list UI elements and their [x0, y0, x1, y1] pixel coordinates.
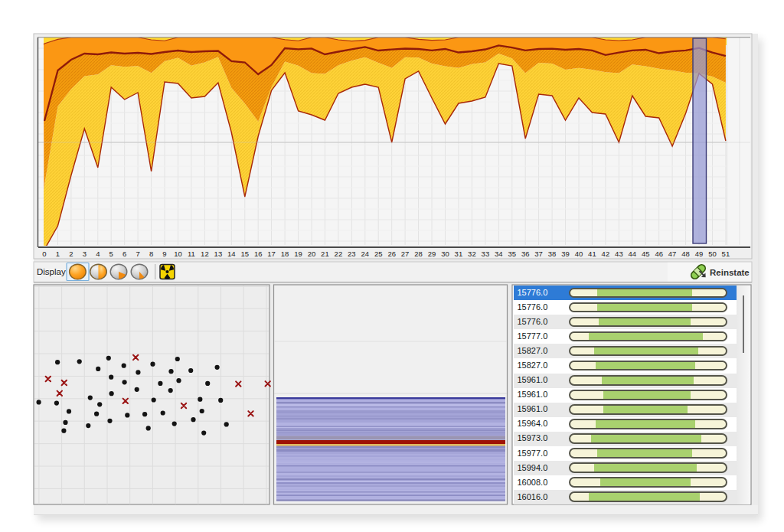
svg-text:40: 40: [575, 250, 583, 258]
svg-text:Reinstate: Reinstate: [710, 268, 750, 277]
svg-text:23: 23: [348, 250, 356, 258]
svg-text:31: 31: [455, 250, 463, 258]
svg-text:6: 6: [122, 250, 126, 258]
svg-text:19: 19: [294, 250, 302, 258]
svg-text:5: 5: [109, 250, 113, 258]
svg-text:39: 39: [561, 250, 570, 258]
svg-text:38: 38: [548, 250, 557, 258]
svg-text:24: 24: [361, 250, 370, 258]
svg-text:16: 16: [254, 250, 263, 258]
svg-text:33: 33: [482, 250, 490, 258]
svg-text:4: 4: [96, 250, 100, 258]
svg-text:28: 28: [414, 250, 423, 258]
svg-text:9: 9: [162, 250, 166, 258]
svg-text:43: 43: [615, 250, 623, 258]
svg-text:3: 3: [83, 250, 87, 258]
svg-text:32: 32: [468, 250, 476, 258]
svg-text:30: 30: [441, 250, 449, 258]
svg-text:36: 36: [521, 250, 530, 258]
svg-text:42: 42: [602, 250, 610, 258]
svg-text:18: 18: [281, 250, 289, 258]
svg-text:22: 22: [335, 250, 343, 258]
svg-text:25: 25: [374, 250, 383, 258]
svg-text:7: 7: [136, 250, 139, 258]
svg-text:10: 10: [174, 250, 182, 258]
svg-text:0: 0: [42, 250, 46, 258]
svg-text:49: 49: [695, 250, 704, 258]
svg-text:29: 29: [428, 250, 436, 258]
svg-text:48: 48: [681, 250, 690, 258]
svg-text:41: 41: [588, 250, 596, 258]
svg-text:21: 21: [321, 250, 329, 258]
svg-text:Display: Display: [37, 267, 66, 276]
svg-text:12: 12: [201, 250, 209, 258]
svg-text:8: 8: [149, 250, 153, 258]
svg-text:20: 20: [308, 250, 316, 258]
svg-text:26: 26: [387, 250, 396, 258]
svg-text:34: 34: [495, 250, 503, 258]
svg-text:47: 47: [668, 250, 677, 258]
svg-text:1: 1: [56, 250, 60, 258]
svg-text:50: 50: [708, 250, 717, 258]
svg-text:44: 44: [629, 250, 637, 258]
svg-text:15: 15: [241, 250, 250, 258]
svg-text:51: 51: [722, 250, 730, 258]
svg-text:14: 14: [227, 250, 236, 258]
svg-text:27: 27: [401, 250, 410, 258]
svg-text:11: 11: [188, 250, 195, 258]
svg-text:2: 2: [69, 250, 73, 258]
svg-text:45: 45: [642, 250, 650, 258]
svg-text:17: 17: [267, 250, 276, 258]
svg-text:46: 46: [655, 250, 663, 258]
svg-text:13: 13: [214, 250, 223, 258]
svg-text:35: 35: [508, 250, 517, 258]
svg-text:37: 37: [534, 250, 543, 258]
